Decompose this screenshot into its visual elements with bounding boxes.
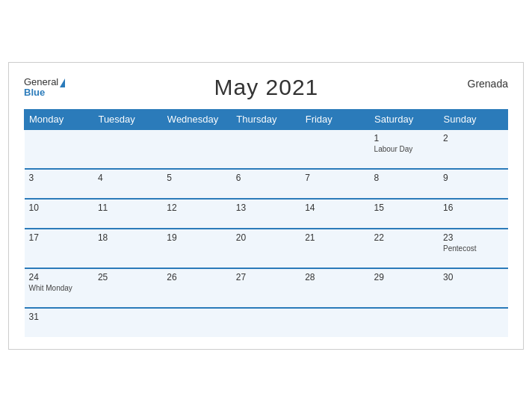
day-number: 23 (443, 232, 503, 243)
calendar-cell: 20 (232, 229, 300, 268)
calendar-cell (300, 129, 369, 169)
weekday-header-sunday: Sunday (439, 109, 507, 129)
day-number: 21 (305, 232, 365, 243)
calendar-week-row: 3456789 (25, 169, 508, 199)
calendar-cell: 15 (370, 199, 439, 229)
calendar-cell: 2 (439, 129, 507, 169)
calendar-cell: 8 (370, 169, 439, 199)
weekday-header-wednesday: Wednesday (162, 109, 231, 129)
calendar-cell: 24Whit Monday (25, 268, 93, 308)
calendar-cell (370, 308, 439, 337)
calendar-cell: 23Pentecost (439, 229, 507, 268)
logo-blue-text: Blue (24, 87, 65, 97)
calendar-cell: 22 (370, 229, 439, 268)
holiday-label: Pentecost (443, 244, 503, 253)
calendar-cell: 9 (439, 169, 507, 199)
calendar-cell: 13 (232, 199, 300, 229)
calendar-cell: 29 (370, 268, 439, 308)
day-number: 17 (29, 232, 89, 243)
holiday-label: Whit Monday (29, 284, 89, 292)
day-number: 29 (374, 272, 434, 282)
calendar-cell: 6 (232, 169, 300, 199)
calendar-grid: MondayTuesdayWednesdayThursdayFridaySatu… (24, 109, 508, 337)
holiday-label: Labour Day (374, 145, 434, 153)
day-number: 6 (236, 173, 296, 183)
day-number: 14 (305, 203, 365, 213)
weekday-header-row: MondayTuesdayWednesdayThursdayFridaySatu… (25, 109, 508, 129)
day-number: 27 (236, 272, 296, 282)
day-number: 18 (98, 232, 158, 243)
calendar-cell: 19 (162, 229, 231, 268)
day-number: 9 (443, 173, 503, 183)
logo-general-text: General (24, 77, 65, 87)
calendar-cell: 7 (300, 169, 369, 199)
day-number: 16 (443, 203, 503, 213)
logo: General Blue (24, 77, 65, 97)
calendar-cell: 5 (162, 169, 231, 199)
calendar-header: General Blue May 2021 Grenada (24, 75, 508, 100)
day-number: 19 (167, 232, 226, 243)
weekday-header-tuesday: Tuesday (93, 109, 162, 129)
calendar-cell: 30 (439, 268, 507, 308)
day-number: 28 (305, 272, 365, 282)
calendar-cell (162, 129, 231, 169)
day-number: 10 (29, 203, 89, 213)
weekday-header-saturday: Saturday (370, 109, 439, 129)
calendar-cell (25, 129, 93, 169)
day-number: 22 (374, 232, 434, 243)
calendar-cell: 1Labour Day (370, 129, 439, 169)
calendar-cell: 11 (93, 199, 162, 229)
weekday-header-friday: Friday (300, 109, 369, 129)
day-number: 7 (305, 173, 365, 183)
calendar-cell: 31 (25, 308, 93, 337)
calendar-week-row: 31 (25, 308, 508, 337)
day-number: 15 (374, 203, 434, 213)
day-number: 5 (167, 173, 226, 183)
calendar-cell: 17 (25, 229, 93, 268)
day-number: 12 (167, 203, 226, 213)
calendar-cell: 28 (300, 268, 369, 308)
calendar-cell (162, 308, 231, 337)
calendar-week-row: 24Whit Monday252627282930 (25, 268, 508, 308)
calendar-cell: 12 (162, 199, 231, 229)
calendar-title: May 2021 (214, 75, 319, 100)
day-number: 2 (443, 133, 503, 143)
calendar-cell: 25 (93, 268, 162, 308)
calendar-cell: 16 (439, 199, 507, 229)
calendar-cell (93, 308, 162, 337)
calendar-cell (232, 308, 300, 337)
day-number: 20 (236, 232, 296, 243)
calendar-cell: 14 (300, 199, 369, 229)
day-number: 3 (29, 173, 89, 183)
calendar-cell: 26 (162, 268, 231, 308)
day-number: 11 (98, 203, 158, 213)
day-number: 30 (443, 272, 503, 282)
calendar-cell: 27 (232, 268, 300, 308)
calendar-cell: 18 (93, 229, 162, 268)
day-number: 4 (98, 173, 158, 183)
weekday-header-thursday: Thursday (232, 109, 300, 129)
day-number: 13 (236, 203, 296, 213)
country-label: Grenada (468, 78, 508, 90)
calendar-cell (439, 308, 507, 337)
calendar-cell: 10 (25, 199, 93, 229)
calendar-cell (232, 129, 300, 169)
calendar-cell: 21 (300, 229, 369, 268)
calendar-cell: 3 (25, 169, 93, 199)
calendar-week-row: 10111213141516 (25, 199, 508, 229)
calendar-container: General Blue May 2021 Grenada MondayTues… (8, 62, 524, 350)
day-number: 1 (374, 133, 434, 143)
day-number: 24 (29, 272, 89, 282)
calendar-cell (300, 308, 369, 337)
calendar-week-row: 17181920212223Pentecost (25, 229, 508, 268)
day-number: 26 (167, 272, 226, 282)
calendar-cell (93, 129, 162, 169)
day-number: 25 (98, 272, 158, 282)
day-number: 8 (374, 173, 434, 183)
day-number: 31 (29, 312, 89, 322)
calendar-week-row: 1Labour Day2 (25, 129, 508, 169)
logo-triangle-icon (60, 78, 65, 87)
calendar-cell: 4 (93, 169, 162, 199)
weekday-header-monday: Monday (25, 109, 93, 129)
